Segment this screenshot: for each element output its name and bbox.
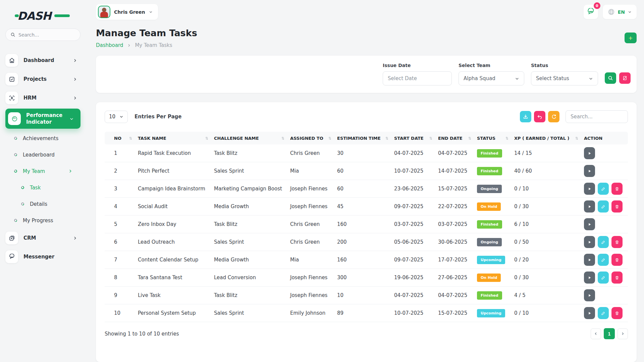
view-task-button[interactable] (584, 218, 595, 230)
view-task-button[interactable] (584, 200, 595, 213)
edit-task-button[interactable] (598, 236, 609, 248)
column-label: ACTION (584, 136, 602, 141)
trash-icon (615, 187, 619, 191)
column-header-xp-earned-total[interactable]: XP ( EARNED / TOTAL ) (514, 132, 584, 144)
undo-button[interactable] (534, 111, 545, 122)
view-task-button[interactable] (584, 254, 595, 266)
challenge-name: Sales Sprint (214, 239, 290, 245)
task-name: Social Audit (138, 203, 214, 209)
sidebar-item-messenger[interactable]: Messenger (5, 247, 80, 266)
column-header-challenge-name[interactable]: CHALLENGE NAME (214, 132, 290, 144)
filter-clear-button[interactable] (619, 72, 631, 84)
view-task-button[interactable] (584, 307, 595, 319)
table-search-input[interactable] (571, 114, 623, 120)
task-name: Content Calendar Setup (138, 257, 214, 263)
status-group: Status Select Status (531, 63, 598, 85)
sidebar-item-performance-indicator[interactable]: Performance Indicator (5, 109, 80, 129)
sidebar-search[interactable] (5, 28, 80, 41)
sort-icon (385, 136, 389, 140)
table-row: 1Rapid Task ExecutionTask BlitzChris Gre… (105, 144, 628, 162)
status-badge: Finished (477, 291, 502, 300)
column-label: STATUS (477, 136, 495, 141)
next-page-button[interactable] (618, 328, 628, 339)
user-menu[interactable]: Chris Green (96, 4, 158, 20)
chevron-down-icon (589, 76, 593, 81)
assigned-to: Chris Green (290, 150, 337, 156)
edit-task-button[interactable] (598, 200, 609, 213)
sidebar-item-my-team[interactable]: My Team (5, 163, 80, 179)
chevron-right-icon (68, 169, 72, 173)
chevron-left-icon (594, 332, 598, 336)
column-header-estimation-time[interactable]: ESTIMATION TIME (337, 132, 394, 144)
refresh-button[interactable] (548, 111, 559, 122)
issue-date-input[interactable] (388, 75, 447, 81)
sidebar-item-leaderboard[interactable]: Leaderboard (5, 146, 80, 163)
view-task-button[interactable] (584, 147, 595, 159)
entries-per-page-select[interactable]: 10 (105, 111, 128, 123)
play-icon (587, 187, 592, 191)
sort-icon (429, 136, 433, 140)
column-header-task-name[interactable]: TASK NAME (138, 132, 214, 144)
delete-task-button[interactable] (611, 254, 623, 266)
bullet-icon (20, 202, 25, 206)
sidebar-item-achievements[interactable]: Achievements (5, 130, 80, 146)
view-task-button[interactable] (584, 183, 595, 195)
trash-icon (615, 240, 619, 244)
breadcrumb-dashboard[interactable]: Dashboard (96, 42, 123, 48)
delete-task-button[interactable] (611, 272, 623, 284)
status-select[interactable]: Select Status (531, 71, 598, 85)
edit-task-button[interactable] (598, 183, 609, 195)
team-select[interactable]: Alpha Squad (459, 71, 524, 85)
add-task-button[interactable]: + (625, 33, 637, 43)
messages-button[interactable]: 0 (584, 5, 598, 19)
view-task-button[interactable] (584, 289, 595, 301)
column-header-assigned-to[interactable]: ASSIGNED TO (290, 132, 337, 144)
page-number-button[interactable]: 1 (604, 328, 615, 339)
assigned-to: Chris Green (290, 239, 337, 245)
chevron-right-icon (127, 44, 131, 47)
pencil-icon (601, 187, 605, 191)
sidebar-search-input[interactable] (18, 32, 72, 38)
column-header-start-date[interactable]: START DATE (394, 132, 438, 144)
estimation-time: 200 (337, 239, 394, 245)
edit-task-button[interactable] (598, 307, 609, 319)
filter-search-button[interactable] (605, 72, 616, 84)
sidebar-item-details[interactable]: Details (5, 196, 80, 212)
table-body: 1Rapid Task ExecutionTask BlitzChris Gre… (105, 144, 628, 322)
view-task-button[interactable] (584, 236, 595, 248)
xp-earned-total: 0 / 10 (514, 310, 584, 316)
row-no: 9 (105, 292, 138, 298)
sidebar-item-dashboard[interactable]: Dashboard (5, 51, 80, 70)
column-header-end-date[interactable]: END DATE (438, 132, 477, 144)
refresh-icon (551, 114, 556, 119)
app-logo[interactable]: DASH (17, 9, 61, 22)
column-label: START DATE (394, 136, 424, 141)
edit-task-button[interactable] (598, 272, 609, 284)
sidebar-item-label: Details (30, 201, 47, 207)
table-header: NOTASK NAMECHALLENGE NAMEASSIGNED TOESTI… (105, 132, 628, 144)
column-header-no[interactable]: NO (105, 132, 138, 144)
delete-task-button[interactable] (611, 200, 623, 213)
delete-task-button[interactable] (611, 183, 623, 195)
sidebar-item-crm[interactable]: CRM (5, 229, 80, 247)
language-selector[interactable]: EN (603, 5, 637, 19)
language-code: EN (618, 9, 625, 15)
export-button[interactable] (520, 111, 531, 122)
sidebar-item-task[interactable]: Task (5, 179, 80, 196)
sidebar-item-projects[interactable]: Projects (5, 70, 80, 88)
edit-task-button[interactable] (598, 254, 609, 266)
delete-task-button[interactable] (611, 236, 623, 248)
sort-icon (328, 136, 332, 140)
challenge-name: Task Blitz (214, 221, 290, 227)
view-task-button[interactable] (584, 272, 595, 284)
row-no: 4 (105, 203, 138, 209)
table-row: 9Live TaskTask BlitzJoseph Fiennes1004-0… (105, 287, 628, 304)
delete-task-button[interactable] (611, 307, 623, 319)
table-row: 8Tara Santana TestLead ConversionJoseph … (105, 269, 628, 287)
sidebar-item-my-progress[interactable]: My Progress (5, 212, 80, 229)
sidebar-item-hrm[interactable]: HRM (5, 88, 80, 107)
previous-page-button[interactable] (591, 328, 601, 339)
view-task-button[interactable] (584, 165, 595, 177)
column-header-status[interactable]: STATUS (477, 132, 514, 144)
column-header-action: ACTION (584, 132, 628, 144)
